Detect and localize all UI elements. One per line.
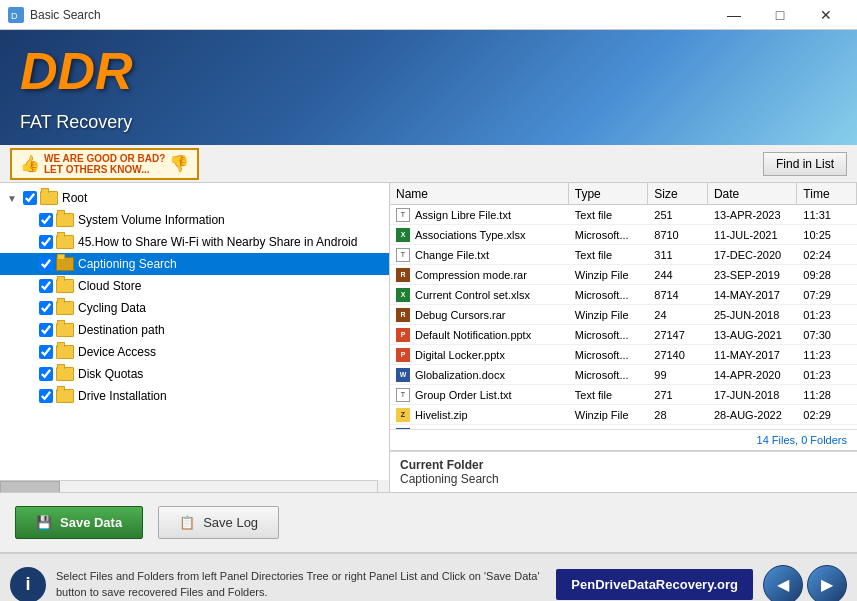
file-type: Winzip File — [569, 409, 649, 421]
file-time: 11:31 — [797, 209, 857, 221]
file-name-cell: Z Hivelist.zip — [390, 408, 569, 422]
file-type: Text file — [569, 209, 649, 221]
table-row[interactable]: R Debug Cursors.rar Winzip File 24 25-JU… — [390, 305, 857, 325]
left-panel: ▼ Root System Volume Information 45.How … — [0, 183, 390, 492]
file-list-body[interactable]: T Assign Libre File.txt Text file 251 13… — [390, 205, 857, 429]
tree-root[interactable]: ▼ Root — [0, 187, 389, 209]
tree-item-captioning-search[interactable]: Captioning Search — [0, 253, 389, 275]
file-time: 01:23 — [797, 309, 857, 321]
file-size: 251 — [648, 209, 708, 221]
tree-item-label: 45.How to Share Wi-Fi with Nearby Share … — [78, 235, 357, 249]
file-name: Associations Type.xlsx — [415, 229, 525, 241]
col-header-date[interactable]: Date — [708, 183, 797, 204]
table-row[interactable]: Z Hivelist.zip Winzip File 28 28-AUG-202… — [390, 405, 857, 425]
file-name-cell: P Digital Locker.pptx — [390, 348, 569, 362]
file-type-icon: X — [396, 288, 412, 302]
expand-icon — [20, 212, 36, 228]
tree-checkbox[interactable] — [39, 345, 53, 359]
list-item[interactable]: 45.How to Share Wi-Fi with Nearby Share … — [0, 231, 389, 253]
file-name: Hivelist.zip — [415, 409, 468, 421]
prev-button[interactable]: ◀ — [763, 565, 803, 602]
let-others-text: LET OTHERS KNOW... — [44, 164, 165, 175]
close-button[interactable]: ✕ — [803, 0, 849, 30]
file-size: 244 — [648, 269, 708, 281]
tree-checkbox[interactable] — [39, 213, 53, 227]
file-size: 28 — [648, 409, 708, 421]
table-row[interactable]: T Change File.txt Text file 311 17-DEC-2… — [390, 245, 857, 265]
tree-item-label: Cycling Data — [78, 301, 146, 315]
expand-icon — [20, 344, 36, 360]
minimize-button[interactable]: — — [711, 0, 757, 30]
svg-text:D: D — [11, 11, 18, 21]
root-toggle[interactable]: ▼ — [4, 190, 20, 206]
file-date: 13-AUG-2021 — [708, 329, 797, 341]
file-type: Microsoft... — [569, 349, 649, 361]
save-log-button[interactable]: 📋 Save Log — [158, 506, 279, 539]
navigation-buttons: ◀ ▶ — [763, 565, 847, 602]
col-header-time[interactable]: Time — [797, 183, 857, 204]
file-type-icon: X — [396, 228, 412, 242]
list-item[interactable]: Destination path — [0, 319, 389, 341]
file-type-icon: T — [396, 208, 412, 222]
list-item[interactable]: Cloud Store — [0, 275, 389, 297]
website-badge[interactable]: PenDriveDataRecovery.org — [556, 569, 753, 600]
file-type: Text file — [569, 249, 649, 261]
tree-checkbox[interactable] — [39, 389, 53, 403]
current-folder-name: Captioning Search — [400, 472, 847, 486]
table-row[interactable]: X Associations Type.xlsx Microsoft... 87… — [390, 225, 857, 245]
root-checkbox[interactable] — [23, 191, 37, 205]
file-type: Winzip File — [569, 269, 649, 281]
file-name-cell: R Debug Cursors.rar — [390, 308, 569, 322]
table-row[interactable]: T Assign Libre File.txt Text file 251 13… — [390, 205, 857, 225]
tree-checkbox[interactable] — [39, 257, 53, 271]
tree-checkbox[interactable] — [39, 235, 53, 249]
tree-item-label: System Volume Information — [78, 213, 225, 227]
file-name-cell: X Associations Type.xlsx — [390, 228, 569, 242]
list-item[interactable]: Disk Quotas — [0, 363, 389, 385]
table-row[interactable]: P Digital Locker.pptx Microsoft... 27140… — [390, 345, 857, 365]
col-header-name[interactable]: Name — [390, 183, 569, 204]
table-row[interactable]: T Group Order List.txt Text file 271 17-… — [390, 385, 857, 405]
expand-icon — [20, 322, 36, 338]
col-header-size[interactable]: Size — [648, 183, 708, 204]
status-message: Select Files and Folders from left Panel… — [56, 569, 546, 600]
file-time: 02:24 — [797, 249, 857, 261]
main-content: ▼ Root System Volume Information 45.How … — [0, 183, 857, 493]
table-row[interactable]: R Compression mode.rar Winzip File 244 2… — [390, 265, 857, 285]
file-time: 10:25 — [797, 229, 857, 241]
file-name: Assign Libre File.txt — [415, 209, 511, 221]
save-data-button[interactable]: 💾 Save Data — [15, 506, 143, 539]
list-item[interactable]: Drive Installation — [0, 385, 389, 407]
maximize-button[interactable]: □ — [757, 0, 803, 30]
file-name-cell: X Current Control set.xlsx — [390, 288, 569, 302]
table-row[interactable]: X Current Control set.xlsx Microsoft... … — [390, 285, 857, 305]
tree-checkbox[interactable] — [39, 323, 53, 337]
table-row[interactable]: P Default Notification.pptx Microsoft...… — [390, 325, 857, 345]
list-item[interactable]: Device Access — [0, 341, 389, 363]
tree-checkbox[interactable] — [39, 279, 53, 293]
file-name-cell: T Group Order List.txt — [390, 388, 569, 402]
file-type: Microsoft... — [569, 329, 649, 341]
expand-icon — [20, 278, 36, 294]
table-row[interactable]: W Globalization.docx Microsoft... 99 14-… — [390, 365, 857, 385]
save-log-label: Save Log — [203, 515, 258, 530]
directory-tree[interactable]: ▼ Root System Volume Information 45.How … — [0, 183, 389, 480]
file-size: 271 — [648, 389, 708, 401]
next-button[interactable]: ▶ — [807, 565, 847, 602]
folder-icon — [56, 257, 74, 271]
find-in-list-button[interactable]: Find in List — [763, 152, 847, 176]
tree-item-label: Captioning Search — [78, 257, 177, 271]
tree-checkbox[interactable] — [39, 367, 53, 381]
list-item[interactable]: Cycling Data — [0, 297, 389, 319]
file-name-cell: T Change File.txt — [390, 248, 569, 262]
fat-recovery-title: FAT Recovery — [20, 112, 132, 133]
left-panel-hscrollbar[interactable] — [0, 480, 378, 492]
we-are-good-badge[interactable]: 👍 WE ARE GOOD OR BAD? LET OTHERS KNOW...… — [10, 148, 199, 180]
list-item[interactable]: System Volume Information — [0, 209, 389, 231]
info-icon: i — [10, 567, 46, 602]
hscroll-thumb[interactable] — [0, 481, 60, 493]
tree-checkbox[interactable] — [39, 301, 53, 315]
col-header-type[interactable]: Type — [569, 183, 649, 204]
window-controls: — □ ✕ — [711, 0, 849, 30]
file-size: 24 — [648, 309, 708, 321]
